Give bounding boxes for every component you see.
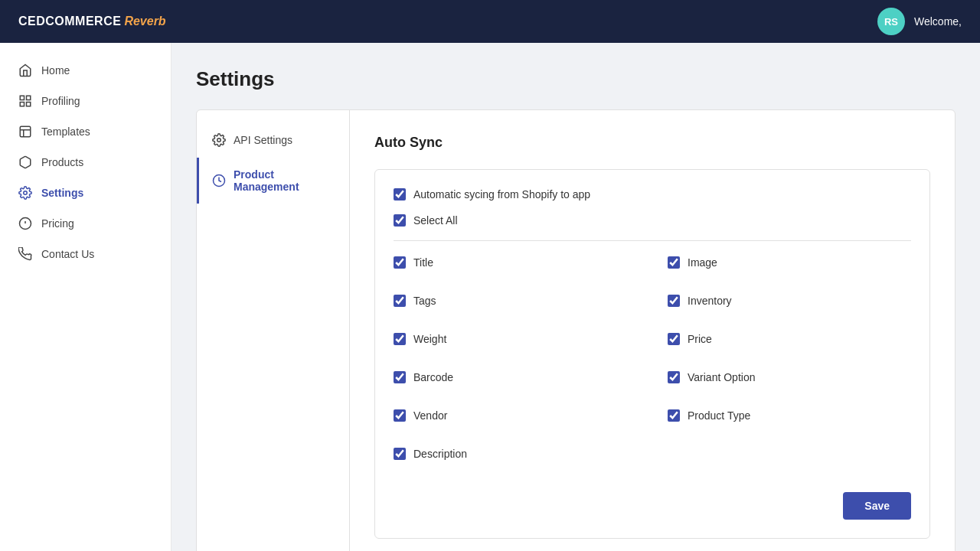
checkbox-title[interactable] [394,256,406,269]
checkbox-vendor-label: Vendor [413,409,447,422]
checkbox-product-type[interactable] [668,409,680,422]
checkbox-title-label: Title [413,256,433,269]
checkbox-variant-row: Variant Option [668,371,911,383]
checkbox-image-label: Image [688,256,717,269]
checkbox-weight-row: Weight [394,333,637,345]
logo-ced: CEDCOMMERCE [18,15,121,28]
pricing-icon [18,217,32,230]
clock-icon [212,174,226,187]
save-button[interactable]: Save [843,492,911,520]
auto-sync-shopify-checkbox[interactable] [394,188,406,201]
checkbox-price-label: Price [688,333,712,345]
settings-nav-product-label: Product Management [234,168,334,193]
auto-sync-shopify-row: Automatic sycing from Shopify to app [394,188,911,201]
sidebar-item-label: Contact Us [41,248,94,260]
checkbox-product-type-row: Product Type [668,409,911,422]
svg-point-11 [217,139,221,142]
welcome-text: Welcome, [914,15,962,28]
save-row: Save [394,492,911,520]
svg-rect-1 [27,96,31,99]
checkbox-price[interactable] [668,333,680,345]
checkbox-vendor[interactable] [394,409,406,422]
checkbox-product-type-label: Product Type [688,409,750,422]
sidebar-item-products[interactable]: Products [0,147,171,178]
checkbox-barcode-row: Barcode [394,371,637,383]
checkbox-tags-row: Tags [394,295,637,307]
select-all-row: Select All [394,214,911,227]
sidebar-item-contact[interactable]: Contact Us [0,239,171,269]
checkbox-barcode-label: Barcode [413,371,453,383]
checkbox-barcode[interactable] [394,371,406,383]
svg-rect-0 [20,96,24,99]
gear-icon [212,133,226,147]
sidebar-item-pricing[interactable]: Pricing [0,208,171,239]
sidebar-item-profiling[interactable]: Profiling [0,86,171,116]
svg-point-7 [24,191,28,195]
page-title: Settings [196,67,956,91]
sidebar-item-label: Profiling [41,95,80,107]
sidebar-item-templates[interactable]: Templates [0,116,171,147]
checkbox-tags[interactable] [394,295,406,307]
settings-card: API Settings Product Management Auto Syn… [196,109,956,551]
checkbox-tags-label: Tags [413,295,436,307]
checkbox-inventory[interactable] [668,295,680,307]
checkbox-title-row: Title [394,256,637,269]
sidebar: Home Profiling Templates Products Settin… [0,43,172,551]
auto-sync-area: Auto Sync Automatic sycing from Shopify … [350,110,955,551]
checkbox-price-row: Price [668,333,911,345]
settings-nav: API Settings Product Management [197,110,350,551]
settings-nav-api-label: API Settings [234,134,292,146]
svg-rect-2 [20,103,24,106]
sidebar-item-label: Templates [41,126,90,138]
sidebar-item-label: Settings [41,187,83,199]
avatar: RS [877,8,905,35]
checkbox-grid: Title Image Tags Inventory [394,256,911,474]
settings-nav-api[interactable]: API Settings [197,122,349,158]
header-right: RS Welcome, [877,8,962,35]
sidebar-item-label: Home [41,64,70,77]
home-icon [18,64,32,77]
profiling-icon [18,94,32,108]
sidebar-item-label: Products [41,156,83,168]
select-all-checkbox[interactable] [394,214,406,227]
settings-icon [18,186,32,200]
section-title: Auto Sync [374,135,930,151]
checkbox-image[interactable] [668,256,680,269]
checkbox-image-row: Image [668,256,911,269]
checkbox-vendor-row: Vendor [394,409,637,422]
svg-rect-4 [20,126,31,137]
checkbox-variant-label: Variant Option [688,371,755,383]
contact-icon [18,247,32,261]
checkbox-variant[interactable] [668,371,680,383]
auto-sync-shopify-label: Automatic sycing from Shopify to app [413,188,590,201]
checkbox-description-label: Description [413,448,467,460]
checkbox-inventory-row: Inventory [668,295,911,307]
logo: CEDCOMMERCE Reverb [18,15,166,28]
svg-rect-3 [27,103,31,106]
checkbox-weight[interactable] [394,333,406,345]
sidebar-item-home[interactable]: Home [0,55,171,86]
sidebar-item-settings[interactable]: Settings [0,178,171,208]
sidebar-item-label: Pricing [41,217,74,230]
checkbox-weight-label: Weight [413,333,446,345]
layout: Home Profiling Templates Products Settin… [0,43,980,551]
templates-icon [18,125,32,139]
select-all-label: Select All [413,214,458,227]
checkbox-description[interactable] [394,448,406,460]
header: CEDCOMMERCE Reverb RS Welcome, [0,0,980,43]
checkbox-description-row: Description [394,448,637,460]
divider [394,240,911,241]
logo-reverb: Reverb [124,15,165,28]
products-icon [18,155,32,169]
main-content: Settings API Settings Product Management [172,43,980,551]
sync-panel: Automatic sycing from Shopify to app Sel… [374,169,930,539]
checkbox-inventory-label: Inventory [688,295,732,307]
settings-nav-product-management[interactable]: Product Management [197,158,349,204]
